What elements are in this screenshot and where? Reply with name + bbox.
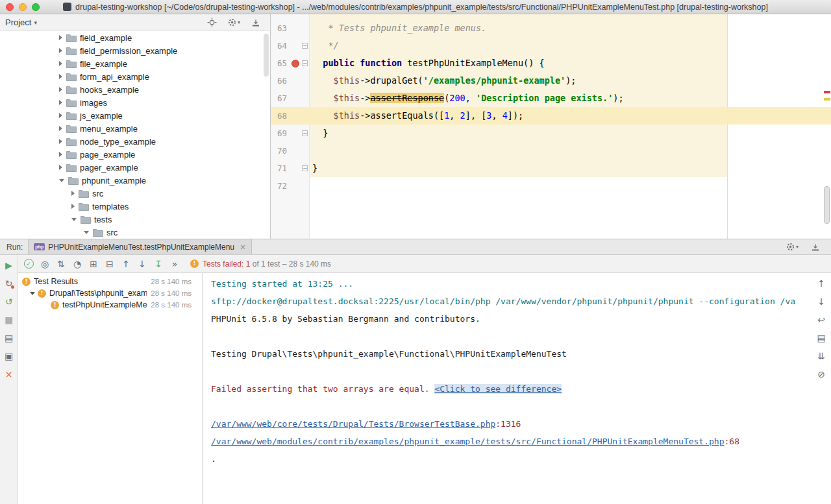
expand-all-button[interactable]: ⊞: [87, 258, 100, 270]
chevron-down-icon[interactable]: ▾: [34, 19, 37, 26]
fold-marker-icon[interactable]: −: [302, 60, 308, 66]
run-tab[interactable]: php PHPUnitExampleMenuTest.testPhpUnitEx…: [28, 239, 252, 254]
hide-panel-button[interactable]: [809, 241, 822, 254]
chevron-right-icon[interactable]: [59, 152, 62, 157]
chevron-right-icon[interactable]: [59, 48, 62, 53]
scroll-to-top-button[interactable]: ↑: [815, 277, 828, 290]
chevron-down-icon[interactable]: [71, 218, 77, 221]
rerun-tests-button[interactable]: ▶: [3, 259, 16, 272]
error-stripe-mark[interactable]: [824, 91, 830, 93]
fold-marker-icon[interactable]: −: [302, 130, 308, 136]
test-tree-item[interactable]: !Test Results28 s 140 ms: [18, 276, 202, 287]
code-text[interactable]: }: [310, 125, 831, 142]
tree-item-hooks_example[interactable]: hooks_example: [0, 83, 270, 96]
test-tree-item[interactable]: !Drupal\Tests\phpunit_example\Functional…: [18, 287, 202, 299]
chevron-right-icon[interactable]: [59, 35, 62, 40]
scroll-to-bottom-button[interactable]: ↓: [815, 295, 828, 308]
chevron-down-icon[interactable]: [30, 292, 35, 295]
chevron-right-icon[interactable]: [59, 113, 62, 118]
close-tab-icon[interactable]: ×: [240, 243, 246, 252]
tree-item-images[interactable]: images: [0, 96, 270, 109]
chevron-right-icon[interactable]: [59, 100, 62, 105]
folder-icon: [66, 125, 77, 133]
tree-item-page_example[interactable]: page_example: [0, 148, 270, 161]
restore-layout-button[interactable]: ▣: [3, 350, 16, 363]
tree-item-field_permission_example[interactable]: field_permission_example: [0, 44, 270, 57]
console-link[interactable]: /var/www/web/modules/contrib/examples/ph…: [211, 437, 725, 446]
chevron-right-icon[interactable]: [59, 87, 62, 92]
zoom-window-button[interactable]: [32, 3, 40, 11]
chevron-right-icon[interactable]: [59, 165, 62, 170]
gutter-cell: 66: [271, 72, 310, 90]
chevron-right-icon[interactable]: [71, 204, 75, 209]
code-text[interactable]: [310, 142, 831, 160]
next-failed-test-button[interactable]: ↓: [136, 258, 149, 270]
tree-item-src[interactable]: src: [0, 226, 270, 239]
rerun-failed-tests-button[interactable]: ↻: [3, 277, 16, 290]
code-text[interactable]: }: [310, 160, 831, 177]
previous-failed-test-button[interactable]: ↑: [119, 258, 132, 270]
tree-item-form_api_example[interactable]: form_api_example: [0, 70, 270, 83]
tree-item-templates[interactable]: templates: [0, 200, 270, 213]
minimize-window-button[interactable]: [19, 3, 27, 11]
tree-item-pager_example[interactable]: pager_example: [0, 161, 270, 174]
locate-file-button[interactable]: [205, 16, 218, 29]
editor[interactable]: 63 * Tests phpunit_example menus.64− */6…: [271, 14, 831, 239]
chevron-right-icon[interactable]: [59, 126, 62, 131]
project-scrollbar[interactable]: [264, 34, 269, 77]
fold-marker-icon[interactable]: −: [302, 165, 308, 171]
tree-item-phpunit_example[interactable]: phpunit_example: [0, 174, 270, 187]
show-ignored-button[interactable]: ◎: [38, 258, 51, 270]
scroll-to-end-button[interactable]: ⇊: [815, 350, 828, 363]
tree-item-tests[interactable]: tests: [0, 213, 270, 226]
hide-panel-button[interactable]: [249, 16, 262, 29]
tree-item-field_example[interactable]: field_example: [0, 31, 270, 44]
hide-passed-button[interactable]: ✓: [22, 258, 35, 270]
chevron-down-icon[interactable]: [59, 179, 64, 182]
chevron-down-icon[interactable]: [84, 231, 89, 234]
code-text[interactable]: [310, 177, 831, 195]
tree-item-src[interactable]: src: [0, 187, 270, 200]
soft-wrap-button[interactable]: ↩: [815, 313, 828, 326]
close-button[interactable]: ×: [3, 368, 16, 381]
close-window-button[interactable]: [6, 3, 14, 11]
test-history-button[interactable]: ▤: [3, 331, 16, 344]
tree-item-menu_example[interactable]: menu_example: [0, 122, 270, 135]
settings-gear-button[interactable]: ▾: [227, 16, 240, 29]
settings-gear-button[interactable]: ▾: [786, 241, 799, 254]
tree-item-label: src: [106, 228, 118, 237]
code-text[interactable]: $this->assertEquals([1, 2], [3, 4]);: [310, 107, 831, 125]
warning-stripe-mark[interactable]: [824, 98, 830, 101]
console-text: :1316: [495, 419, 521, 429]
chevron-right-icon[interactable]: [59, 139, 62, 144]
stop-button[interactable]: ■: [3, 313, 16, 326]
chevron-right-icon[interactable]: [71, 191, 75, 196]
import-test-results-button[interactable]: ↧: [152, 258, 165, 270]
tree-item-file_example[interactable]: file_example: [0, 57, 270, 70]
console-link[interactable]: /var/www/web/core/tests/Drupal/Tests/Bro…: [211, 419, 495, 429]
project-panel-title[interactable]: Project: [5, 18, 31, 27]
toggle-auto-test-button[interactable]: ↺: [3, 295, 16, 308]
tree-item-js_example[interactable]: js_example: [0, 109, 270, 122]
code-text[interactable]: $this->assertResponse(200, 'Description …: [310, 90, 831, 107]
editor-scrollbar[interactable]: [824, 186, 830, 224]
code-text[interactable]: $this->drupalGet('/examples/phpunit-exam…: [310, 72, 831, 90]
code-text[interactable]: * Tests phpunit_example menus.: [310, 19, 831, 37]
more-options-button[interactable]: »: [168, 258, 181, 270]
chevron-right-icon[interactable]: [59, 74, 62, 79]
print-button[interactable]: ▤: [815, 331, 828, 344]
console-link[interactable]: <Click to see difference>: [434, 384, 562, 394]
clear-console-button[interactable]: ⊘: [815, 368, 828, 381]
test-failed-marker-icon[interactable]: [291, 60, 299, 67]
console[interactable]: Testing started at 13:25 ...sftp://docke…: [203, 273, 812, 504]
fold-marker-icon[interactable]: −: [302, 43, 308, 49]
collapse-all-button[interactable]: ⊟: [103, 258, 116, 270]
tree-item-node_type_example[interactable]: node_type_example: [0, 135, 270, 148]
sort-by-duration-button[interactable]: ◔: [71, 258, 84, 270]
code-text[interactable]: */: [310, 37, 831, 54]
chevron-right-icon[interactable]: [59, 61, 62, 66]
test-tree-item[interactable]: !testPhpUnitExampleMenu28 s 140 ms: [18, 299, 202, 311]
code-text[interactable]: public function testPhpUnitExampleMenu()…: [310, 54, 831, 72]
sort-alphabetically-button[interactable]: ⇅: [55, 258, 68, 270]
tests-failed-icon: !: [190, 259, 199, 268]
